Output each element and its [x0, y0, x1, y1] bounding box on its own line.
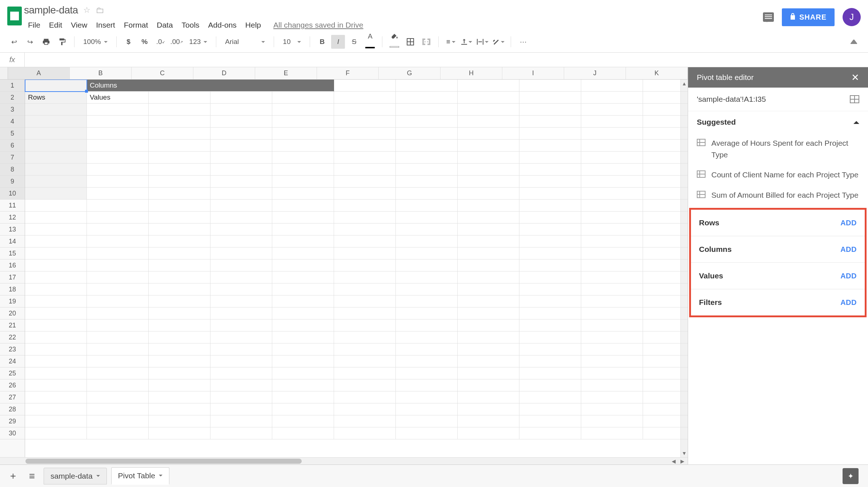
- cell[interactable]: [272, 176, 334, 188]
- add-rows-button[interactable]: ADD: [840, 219, 857, 227]
- cell[interactable]: [396, 92, 458, 104]
- cell[interactable]: [519, 176, 581, 188]
- cell[interactable]: [149, 92, 210, 104]
- cell[interactable]: [581, 92, 643, 104]
- cell[interactable]: [643, 212, 688, 224]
- row-header[interactable]: 24: [0, 355, 25, 367]
- cell[interactable]: [581, 355, 643, 367]
- cell[interactable]: [149, 367, 210, 379]
- menu-edit[interactable]: Edit: [45, 19, 66, 31]
- column-header[interactable]: J: [564, 67, 626, 79]
- cell[interactable]: [272, 295, 334, 307]
- row-header[interactable]: 22: [0, 331, 25, 343]
- font-size-dropdown[interactable]: 10: [279, 35, 305, 49]
- cell[interactable]: [643, 152, 688, 164]
- cell[interactable]: [643, 415, 688, 427]
- cell[interactable]: [334, 427, 396, 439]
- cell[interactable]: [25, 140, 87, 152]
- cell[interactable]: [581, 247, 643, 259]
- cell[interactable]: [25, 343, 87, 355]
- row-header[interactable]: 18: [0, 283, 25, 295]
- cell[interactable]: [458, 200, 519, 212]
- row-header[interactable]: 8: [0, 164, 25, 176]
- cell[interactable]: [149, 307, 210, 319]
- cell[interactable]: [581, 427, 643, 439]
- menu-format[interactable]: Format: [120, 19, 152, 31]
- cell[interactable]: [643, 319, 688, 331]
- cell[interactable]: [334, 188, 396, 200]
- cell[interactable]: [334, 212, 396, 224]
- cell[interactable]: [643, 343, 688, 355]
- cell[interactable]: [519, 427, 581, 439]
- cell[interactable]: [458, 355, 519, 367]
- document-title[interactable]: sample-data: [24, 4, 78, 16]
- cell[interactable]: [458, 164, 519, 176]
- cell[interactable]: [210, 176, 272, 188]
- row-header[interactable]: 28: [0, 403, 25, 415]
- cell[interactable]: [458, 236, 519, 247]
- cell[interactable]: [87, 212, 149, 224]
- row-header[interactable]: 23: [0, 343, 25, 355]
- cell[interactable]: [396, 415, 458, 427]
- cell[interactable]: [87, 152, 149, 164]
- cell[interactable]: [334, 104, 396, 116]
- cell[interactable]: [396, 80, 458, 92]
- cell[interactable]: [581, 331, 643, 343]
- cell[interactable]: [87, 355, 149, 367]
- cell[interactable]: [149, 259, 210, 271]
- undo-button[interactable]: ↪: [7, 35, 21, 49]
- cell[interactable]: [458, 427, 519, 439]
- cell[interactable]: [581, 259, 643, 271]
- cell[interactable]: [87, 128, 149, 140]
- cell[interactable]: [272, 236, 334, 247]
- cell[interactable]: [334, 379, 396, 391]
- cell[interactable]: [210, 355, 272, 367]
- scroll-down-icon[interactable]: ▼: [681, 449, 688, 457]
- cell[interactable]: [272, 355, 334, 367]
- rotate-button[interactable]: [492, 35, 506, 49]
- cell[interactable]: [149, 271, 210, 283]
- cell[interactable]: [87, 236, 149, 247]
- cell[interactable]: [25, 307, 87, 319]
- cell[interactable]: [210, 271, 272, 283]
- cell[interactable]: [458, 367, 519, 379]
- cell[interactable]: [519, 379, 581, 391]
- halign-button[interactable]: ≡: [444, 35, 458, 49]
- cell[interactable]: [643, 307, 688, 319]
- cell[interactable]: [396, 164, 458, 176]
- row-header[interactable]: 7: [0, 152, 25, 164]
- cell[interactable]: [272, 224, 334, 236]
- explore-button[interactable]: ✦: [843, 468, 859, 484]
- cell[interactable]: [210, 116, 272, 128]
- cell[interactable]: [272, 152, 334, 164]
- scroll-right-icon[interactable]: ▶: [678, 458, 686, 464]
- cell[interactable]: [210, 104, 272, 116]
- cell[interactable]: [581, 295, 643, 307]
- select-all-corner[interactable]: [0, 67, 8, 79]
- cell[interactable]: [210, 295, 272, 307]
- cell[interactable]: [149, 379, 210, 391]
- row-header[interactable]: 29: [0, 415, 25, 427]
- cell[interactable]: [25, 427, 87, 439]
- cell[interactable]: [25, 236, 87, 247]
- cell[interactable]: [25, 283, 87, 295]
- cell[interactable]: [396, 307, 458, 319]
- all-sheets-button[interactable]: ≡: [25, 469, 39, 483]
- cell[interactable]: [581, 391, 643, 403]
- cell[interactable]: [25, 271, 87, 283]
- cell[interactable]: [87, 224, 149, 236]
- cell[interactable]: [25, 188, 87, 200]
- cell[interactable]: [272, 164, 334, 176]
- cell[interactable]: [581, 271, 643, 283]
- cell[interactable]: [149, 331, 210, 343]
- cell[interactable]: [210, 283, 272, 295]
- column-header[interactable]: A: [8, 67, 70, 79]
- cell[interactable]: [334, 367, 396, 379]
- cell[interactable]: [581, 152, 643, 164]
- row-header[interactable]: 25: [0, 367, 25, 379]
- cell[interactable]: [25, 331, 87, 343]
- cell[interactable]: [87, 247, 149, 259]
- cell[interactable]: [396, 224, 458, 236]
- cell[interactable]: [272, 92, 334, 104]
- cell[interactable]: [643, 379, 688, 391]
